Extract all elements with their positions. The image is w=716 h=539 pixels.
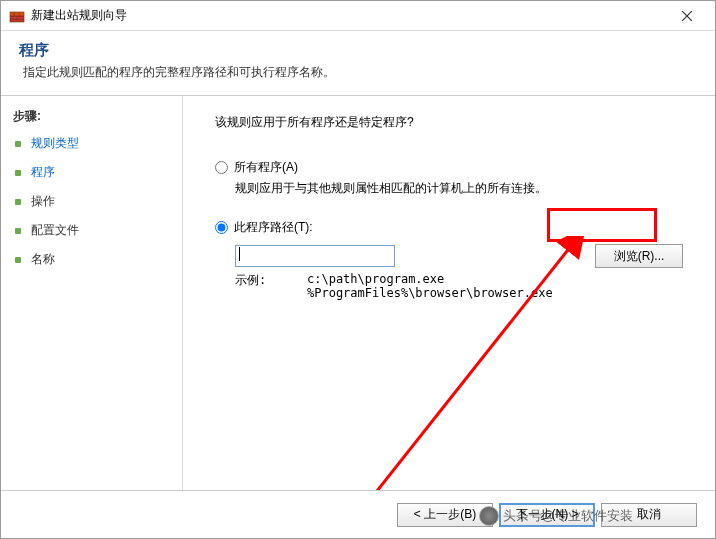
step-profile[interactable]: 配置文件 [13, 222, 170, 239]
question-text: 该规则应用于所有程序还是特定程序? [215, 114, 683, 131]
step-label: 配置文件 [31, 222, 79, 239]
close-button[interactable] [667, 2, 707, 30]
footer: < 上一步(B) 下一步(N) > 取消 头条号@专业软件安装 [1, 490, 715, 538]
close-icon [682, 11, 692, 21]
bullet-icon [15, 170, 21, 176]
content-panel: 该规则应用于所有程序还是特定程序? 所有程序(A) 规则应用于与其他规则属性相匹… [183, 96, 715, 490]
step-label: 操作 [31, 193, 55, 210]
radio-this-program-label: 此程序路径(T): [234, 219, 313, 236]
page-title: 程序 [19, 41, 697, 60]
body: 步骤: 规则类型 程序 操作 配置文件 名称 该规则应用 [1, 96, 715, 490]
page-description: 指定此规则匹配的程序的完整程序路径和可执行程序名称。 [23, 64, 697, 81]
titlebar: 新建出站规则向导 [1, 1, 715, 31]
wizard-window: 新建出站规则向导 程序 指定此规则匹配的程序的完整程序路径和可执行程序名称。 步… [0, 0, 716, 539]
bullet-icon [15, 257, 21, 263]
example-text: c:\path\program.exe %ProgramFiles%\brows… [307, 272, 553, 300]
step-label: 规则类型 [31, 135, 79, 152]
step-name[interactable]: 名称 [13, 251, 170, 268]
steps-title: 步骤: [13, 108, 170, 125]
text-cursor [239, 247, 240, 261]
radio-all-programs-input[interactable] [215, 161, 228, 174]
step-rule-type[interactable]: 规则类型 [13, 135, 170, 152]
cancel-button[interactable]: 取消 [601, 503, 697, 527]
browse-button[interactable]: 浏览(R)... [595, 244, 683, 268]
steps-sidebar: 步骤: 规则类型 程序 操作 配置文件 名称 [1, 96, 183, 490]
radio-all-programs[interactable]: 所有程序(A) [215, 159, 683, 176]
back-button[interactable]: < 上一步(B) [397, 503, 493, 527]
bullet-icon [15, 141, 21, 147]
radio-this-program[interactable]: 此程序路径(T): [215, 219, 683, 236]
radio-this-program-input[interactable] [215, 221, 228, 234]
path-row: 浏览(R)... [235, 244, 683, 268]
window-title: 新建出站规则向导 [31, 7, 667, 24]
step-label: 名称 [31, 251, 55, 268]
program-path-input[interactable] [235, 245, 395, 267]
svg-rect-1 [10, 12, 24, 15]
all-programs-desc: 规则应用于与其他规则属性相匹配的计算机上的所有连接。 [235, 180, 683, 197]
step-label: 程序 [31, 164, 55, 181]
bullet-icon [15, 228, 21, 234]
radio-all-programs-label: 所有程序(A) [234, 159, 298, 176]
example-label: 示例: [235, 272, 307, 300]
step-program[interactable]: 程序 [13, 164, 170, 181]
firewall-icon [9, 8, 25, 24]
step-action[interactable]: 操作 [13, 193, 170, 210]
bullet-icon [15, 199, 21, 205]
next-button[interactable]: 下一步(N) > [499, 503, 595, 527]
example-row: 示例: c:\path\program.exe %ProgramFiles%\b… [235, 272, 683, 300]
header: 程序 指定此规则匹配的程序的完整程序路径和可执行程序名称。 [1, 31, 715, 96]
